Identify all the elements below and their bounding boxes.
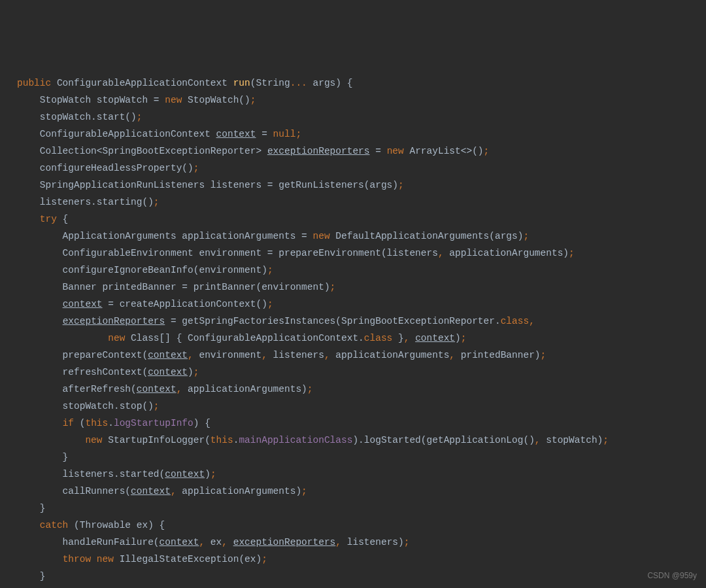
code-token-kw: ... — [290, 78, 307, 88]
code-token-kw: ; — [301, 486, 307, 496]
watermark: CSDN @959y — [647, 567, 697, 584]
code-token-plain — [17, 520, 40, 530]
code-token-kw: , — [199, 537, 205, 547]
code-line[interactable]: try { — [17, 211, 706, 228]
code-token-plain: ConfigurableEnvironment environment = pr… — [17, 248, 438, 258]
code-token-kw: ; — [330, 282, 336, 292]
code-line[interactable]: ApplicationArguments applicationArgument… — [17, 228, 706, 245]
code-token-und: context — [216, 129, 256, 139]
code-line[interactable]: stopWatch.stop(); — [17, 398, 706, 415]
code-token-plain: listeners — [267, 350, 324, 360]
code-token-kw: ; — [267, 265, 273, 275]
code-token-plain: listeners.started( — [17, 469, 165, 479]
code-token-und: context — [148, 350, 188, 360]
code-line[interactable]: StopWatch stopWatch = new StopWatch(); — [17, 92, 706, 109]
code-token-kw: ; — [261, 554, 267, 564]
code-token-plain: (String — [250, 78, 290, 88]
code-line[interactable]: refreshContext(context); — [17, 364, 706, 381]
code-token-kw: ; — [484, 146, 490, 156]
code-line[interactable]: configureHeadlessProperty(); — [17, 160, 706, 177]
code-token-plain: ) { — [193, 418, 210, 428]
code-token-plain: ApplicationArguments applicationArgument… — [17, 231, 312, 241]
code-token-plain: DefaultApplicationArguments(args) — [330, 231, 524, 241]
code-line[interactable]: stopWatch.start(); — [17, 109, 706, 126]
code-line[interactable]: throw new IllegalStateException(ex); — [17, 551, 706, 568]
code-line[interactable]: new StartupInfoLogger(this.mainApplicati… — [17, 432, 706, 449]
code-line[interactable]: Banner printedBanner = printBanner(envir… — [17, 279, 706, 296]
code-token-plain: applicationArguments — [330, 350, 450, 360]
code-line[interactable]: prepareContext(context, environment, lis… — [17, 347, 706, 364]
code-token-kw: new — [165, 95, 182, 105]
code-token-field: mainApplicationClass — [239, 435, 352, 445]
code-token-kw: ; — [541, 350, 546, 360]
code-line[interactable]: } — [17, 449, 706, 466]
code-token-kw: catch — [40, 520, 69, 530]
code-token-plain — [17, 299, 63, 309]
code-token-kw: ; — [154, 401, 160, 411]
code-token-plain: stopWatch) — [541, 435, 603, 445]
code-token-plain: stopWatch.stop() — [17, 401, 154, 411]
code-line[interactable]: public ConfigurableApplicationContext ru… — [17, 75, 706, 92]
code-token-kw: try — [40, 214, 57, 224]
code-token-plain: callRunners( — [17, 486, 131, 496]
code-token-plain: stopWatch.start() — [17, 112, 137, 122]
code-token-kw: ; — [250, 95, 256, 105]
code-token-plain: configureIgnoreBeanInfo(environment) — [17, 265, 267, 275]
code-line[interactable]: callRunners(context, applicationArgument… — [17, 483, 706, 500]
code-line[interactable]: if (this.logStartupInfo) { — [17, 415, 706, 432]
code-token-plain: = createApplicationContext() — [103, 299, 267, 309]
code-token-und: exceptionReporters — [233, 537, 336, 547]
code-token-kw: ; — [267, 299, 273, 309]
code-token-kw: ; — [398, 180, 404, 190]
code-token-plain: printedBanner) — [455, 350, 541, 360]
code-token-plain — [409, 333, 415, 343]
code-token-plain — [17, 214, 40, 224]
code-line[interactable]: new Class[] { ConfigurableApplicationCon… — [17, 330, 706, 347]
code-line[interactable]: } — [17, 568, 706, 585]
code-token-kw: class — [364, 333, 393, 343]
code-token-plain: ConfigurableApplicationContext — [51, 78, 233, 88]
code-token-kw: ; — [404, 537, 410, 547]
code-line[interactable]: context = createApplicationContext(); — [17, 296, 706, 313]
code-token-kw: , — [438, 248, 444, 258]
code-line[interactable]: SpringApplicationRunListeners listeners … — [17, 177, 706, 194]
code-token-plain: StartupInfoLogger( — [103, 435, 210, 445]
code-token-kw: ; — [137, 112, 143, 122]
code-token-plain: prepareContext( — [17, 350, 148, 360]
code-line[interactable]: handleRunFailure(context, ex, exceptionR… — [17, 534, 706, 551]
code-token-kw: ; — [154, 197, 160, 207]
code-line[interactable]: exceptionReporters = getSpringFactoriesI… — [17, 313, 706, 330]
code-token-kw: , — [449, 350, 455, 360]
code-token-kw: ; — [461, 333, 467, 343]
code-token-plain: refreshContext( — [17, 367, 148, 377]
code-token-plain — [17, 554, 63, 564]
code-line[interactable]: listeners.starting(); — [17, 194, 706, 211]
code-token-plain: = getSpringFactoriesInstances(SpringBoot… — [165, 316, 500, 326]
code-token-kw: if — [63, 418, 74, 428]
code-token-plain: } — [17, 503, 46, 513]
code-token-plain: ex — [205, 537, 222, 547]
code-token-kw: , — [324, 350, 330, 360]
code-token-und: context — [137, 384, 176, 394]
code-editor[interactable]: public ConfigurableApplicationContext ru… — [17, 75, 706, 588]
code-token-kw: ; — [210, 469, 216, 479]
code-token-plain: ) — [205, 469, 210, 479]
code-token-plain — [17, 435, 85, 445]
code-token-plain: afterRefresh( — [17, 384, 137, 394]
code-token-plain: } — [392, 333, 403, 343]
code-line[interactable]: catch (Throwable ex) { — [17, 517, 706, 534]
code-token-plain: applicationArguments) — [182, 384, 307, 394]
code-line[interactable]: ConfigurableApplicationContext context =… — [17, 126, 706, 143]
code-line[interactable]: try { — [17, 585, 706, 588]
code-line[interactable]: } — [17, 500, 706, 517]
code-line[interactable]: listeners.started(context); — [17, 466, 706, 483]
code-token-und: context — [148, 367, 188, 377]
code-token-kw: , — [535, 435, 541, 445]
code-line[interactable]: ConfigurableEnvironment environment = pr… — [17, 245, 706, 262]
code-line[interactable]: Collection<SpringBootExceptionReporter> … — [17, 143, 706, 160]
code-token-plain: args) { — [307, 78, 353, 88]
code-line[interactable]: afterRefresh(context, applicationArgumen… — [17, 381, 706, 398]
code-token-kw: , — [188, 350, 193, 360]
code-line[interactable]: configureIgnoreBeanInfo(environment); — [17, 262, 706, 279]
code-token-mname: run — [233, 78, 250, 88]
